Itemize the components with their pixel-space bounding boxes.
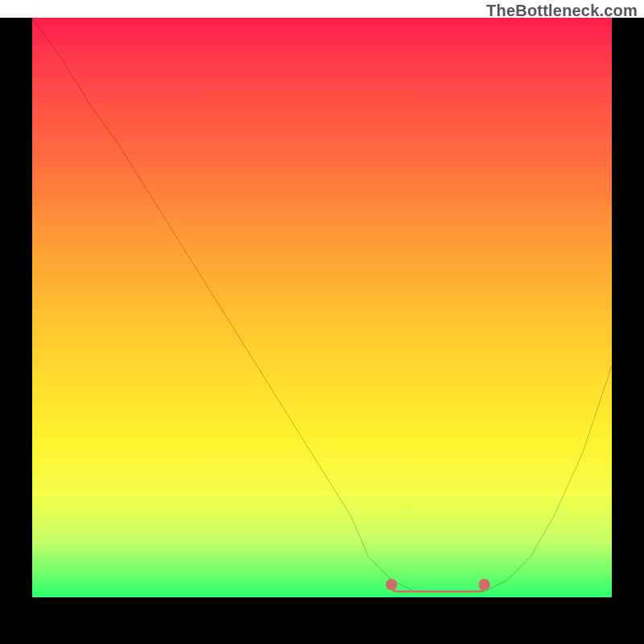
plot-area bbox=[32, 18, 612, 597]
chart-svg bbox=[32, 18, 612, 597]
optimal-range-end-dot bbox=[478, 579, 489, 590]
optimal-range-marker bbox=[386, 579, 490, 592]
chart-frame bbox=[0, 18, 644, 644]
optimal-range-line bbox=[391, 588, 484, 591]
watermark-text: TheBottleneck.com bbox=[486, 2, 638, 20]
optimal-range-start-dot bbox=[386, 579, 397, 590]
bottleneck-curve bbox=[32, 18, 612, 592]
